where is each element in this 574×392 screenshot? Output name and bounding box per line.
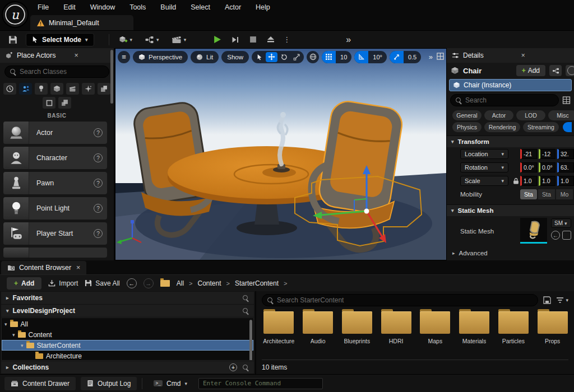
vfx-category-button[interactable]	[82, 83, 95, 95]
close-icon[interactable]: ×	[76, 264, 80, 272]
recent-category-button[interactable]	[3, 83, 16, 95]
select-mode-dropdown[interactable]: Select Mode ▾	[26, 33, 94, 46]
move-tool-button[interactable]	[266, 52, 277, 62]
cinematics-dropdown[interactable]: ▾	[168, 33, 190, 46]
toolbar-overflow-chevron-icon[interactable]: »	[346, 35, 351, 45]
list-item-character[interactable]: Character ?	[3, 147, 107, 169]
tree-item-all[interactable]: ▾ All	[2, 319, 253, 329]
category-lod[interactable]: LOD	[516, 110, 545, 120]
skip-frame-button[interactable]	[228, 33, 242, 46]
menu-tools[interactable]: Tools	[122, 3, 153, 11]
rotation-z-field[interactable]: 63.	[557, 162, 574, 172]
menu-edit[interactable]: Edit	[56, 3, 83, 11]
collections-section[interactable]: ▸ Collections +	[1, 361, 254, 374]
all-classes-category-button[interactable]	[58, 97, 71, 109]
transform-section-header[interactable]: ▾ Transform	[447, 136, 574, 147]
menu-build[interactable]: Build	[153, 3, 183, 11]
folder-maps[interactable]: Maps	[419, 311, 451, 360]
advanced-row[interactable]: ▸ Advanced	[447, 246, 574, 260]
help-icon[interactable]: ?	[94, 153, 103, 162]
close-icon[interactable]: ×	[74, 52, 78, 59]
list-item-actor[interactable]: Actor ?	[3, 122, 107, 144]
details-search-input[interactable]	[465, 96, 553, 104]
folder-blueprints[interactable]: Blueprints	[341, 311, 373, 360]
breadcrumb-content[interactable]: Content	[198, 279, 221, 287]
grid-snap-control[interactable]: 10	[322, 51, 351, 63]
unreal-logo[interactable]: u	[3, 2, 27, 27]
mobility-static-button[interactable]: Sta	[520, 189, 537, 199]
list-item-point-light[interactable]: Point Light ?	[3, 197, 107, 220]
rotation-snap-control[interactable]: 10°	[354, 51, 387, 63]
output-log-button[interactable]: Output Log	[81, 377, 137, 390]
search-classes-input[interactable]	[20, 68, 104, 76]
search-icon[interactable]	[243, 295, 249, 301]
add-component-button[interactable]: + Add	[516, 65, 545, 76]
menu-file[interactable]: File	[30, 3, 56, 11]
static-mesh-asset-dropdown[interactable]: SM ▾	[551, 218, 571, 228]
scale-lock-icon[interactable]	[513, 178, 519, 184]
scale-x-field[interactable]: 1.0	[520, 176, 537, 186]
mobility-movable-button[interactable]: Mo	[556, 189, 573, 199]
forward-button[interactable]: →	[144, 278, 154, 288]
project-section[interactable]: ▾ LevelDesignProject	[1, 305, 254, 317]
save-all-button[interactable]: Save All	[85, 279, 119, 287]
category-actor[interactable]: Actor	[484, 110, 513, 120]
category-rendering[interactable]: Rendering	[484, 122, 520, 132]
add-actor-dropdown[interactable]: ▾	[115, 33, 136, 46]
scale-tool-button[interactable]	[290, 52, 302, 62]
category-all-clipped[interactable]	[563, 122, 572, 132]
cb-add-button[interactable]: + Add	[7, 277, 41, 290]
help-icon[interactable]: ?	[94, 204, 103, 213]
tree-item-architecture[interactable]: Architecture	[2, 351, 253, 361]
folder-particles[interactable]: Particles	[498, 311, 530, 360]
geometry-category-button[interactable]	[43, 97, 55, 109]
list-item-player-start[interactable]: Player Start ?	[3, 222, 107, 245]
folder-props[interactable]: Props	[536, 311, 568, 360]
help-icon[interactable]: ?	[94, 179, 103, 188]
lights-category-button[interactable]	[35, 83, 48, 95]
back-button[interactable]: ←	[127, 278, 137, 288]
rotate-tool-button[interactable]	[278, 52, 290, 62]
console-command-box[interactable]	[198, 378, 323, 389]
static-mesh-thumbnail[interactable]	[520, 218, 547, 244]
instance-row-selected[interactable]: Chair (Instance)	[449, 79, 572, 91]
help-icon[interactable]: ?	[94, 229, 103, 238]
asset-search[interactable]	[262, 294, 538, 306]
mobility-stationary-button[interactable]: Sta	[538, 189, 555, 199]
help-icon[interactable]: ?	[94, 128, 103, 137]
console-command-input[interactable]	[203, 380, 318, 387]
select-tool-button[interactable]	[253, 52, 265, 62]
maximize-viewport-icon[interactable]	[437, 53, 444, 62]
save-button[interactable]	[6, 33, 20, 46]
place-actors-search[interactable]	[4, 66, 109, 78]
rotation-x-field[interactable]: 0.0°	[520, 162, 537, 172]
menu-select[interactable]: Select	[183, 3, 217, 11]
viewport-overflow-chevron-icon[interactable]: »	[429, 53, 433, 61]
volumes-category-button[interactable]	[98, 83, 110, 95]
import-button[interactable]: Import	[48, 279, 78, 287]
add-collection-icon[interactable]: +	[229, 363, 237, 371]
folder-audio[interactable]: Audio	[302, 311, 334, 360]
lit-dropdown[interactable]: Lit	[191, 51, 219, 63]
stop-button[interactable]	[246, 33, 260, 46]
scale-z-field[interactable]: 1.0	[557, 176, 574, 186]
search-icon[interactable]	[243, 308, 249, 314]
category-general[interactable]: General	[452, 110, 482, 120]
location-dropdown[interactable]: Location ▾	[460, 149, 508, 159]
shapes-category-button[interactable]	[50, 83, 63, 95]
category-physics[interactable]: Physics	[452, 122, 482, 132]
menu-help[interactable]: Help	[248, 3, 277, 11]
play-options-dots-icon[interactable]: ⋮	[281, 35, 292, 44]
display-settings-grid-icon[interactable]	[562, 96, 571, 104]
location-x-field[interactable]: -21	[520, 149, 537, 159]
details-search[interactable]	[450, 94, 559, 106]
settings-button-clipped[interactable]	[566, 65, 574, 76]
blueprints-dropdown[interactable]: ▾	[141, 33, 163, 46]
perspective-dropdown[interactable]: Perspective	[133, 51, 188, 63]
play-button[interactable]	[210, 33, 224, 46]
static-mesh-section-header[interactable]: ▾ Static Mesh	[447, 204, 574, 216]
content-drawer-button[interactable]: Content Drawer	[4, 377, 76, 390]
level-tab[interactable]: Minimal_Default	[30, 15, 133, 30]
folder-materials[interactable]: Materials	[459, 311, 490, 360]
location-z-field[interactable]: 32.	[557, 149, 574, 159]
